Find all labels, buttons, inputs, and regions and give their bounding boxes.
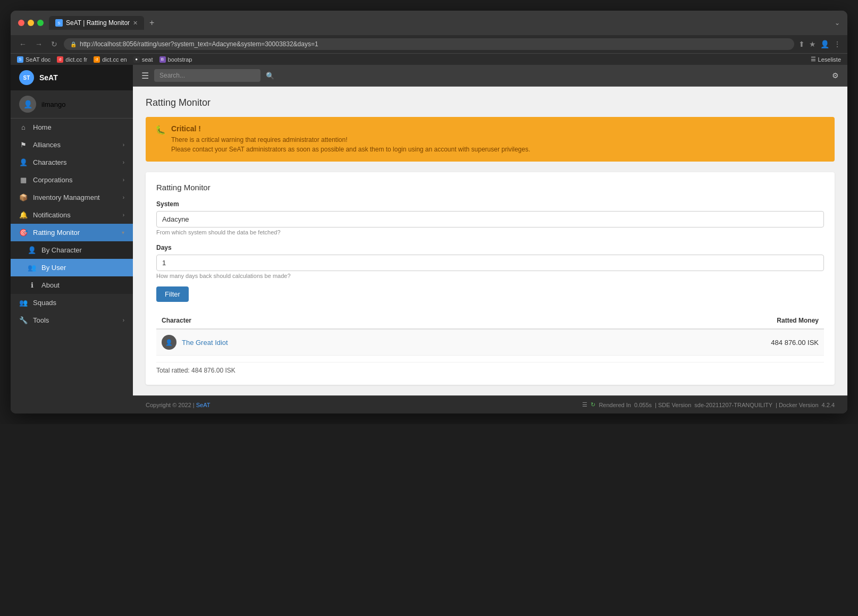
new-tab-button[interactable]: + — [147, 18, 156, 28]
notifications-chevron: › — [123, 212, 124, 218]
bookmark-seat-doc-label: SeAT doc — [26, 56, 51, 63]
character-cell: 👤 The Great Idiot — [162, 335, 771, 350]
tab-close-button[interactable]: ✕ — [133, 20, 138, 27]
leseliste-icon: ☰ — [811, 56, 816, 63]
sidebar-item-tools[interactable]: 🔧 Tools › — [11, 311, 133, 329]
tab-menu-button[interactable]: ⌄ — [835, 19, 840, 27]
bookmarks-bar: S SeAT doc d dict.cc fr d dict.cc en ● s… — [11, 53, 847, 65]
system-help: From which system should the data be fet… — [156, 229, 824, 235]
footer-status-icon: ↻ — [591, 401, 595, 408]
alliances-icon: ⚑ — [19, 141, 28, 149]
user-section: 👤 ilmango — [11, 90, 133, 119]
profile-icon[interactable]: 👤 — [820, 40, 829, 48]
sidebar-item-home-label: Home — [33, 123, 124, 131]
sidebar-item-about[interactable]: ℹ About — [11, 276, 133, 294]
back-button[interactable]: ← — [17, 39, 29, 49]
character-link[interactable]: The Great Idiot — [182, 339, 228, 347]
app-container: ST SeAT 👤 ilmango ⌂ Home ⚑ Alliances › 👤 — [11, 65, 847, 414]
sidebar-item-characters[interactable]: 👤 Characters › — [11, 154, 133, 171]
sidebar-item-notifications[interactable]: 🔔 Notifications › — [11, 206, 133, 224]
refresh-button[interactable]: ↻ — [49, 39, 60, 49]
filter-button[interactable]: Filter — [156, 286, 189, 302]
bookmark-leseliste[interactable]: ☰ Leseliste — [811, 56, 841, 63]
sidebar-item-inventory[interactable]: 📦 Inventory Managment › — [11, 189, 133, 206]
main-content: Ratting Monitor 🐛 Critical ! There is a … — [133, 87, 847, 395]
browser-toolbar-icons: ⬆ ★ 👤 ⋮ — [798, 40, 841, 48]
bookmark-dict-fr[interactable]: d dict.cc fr — [57, 56, 87, 63]
characters-icon: 👤 — [19, 158, 28, 166]
inventory-icon: 📦 — [19, 193, 28, 201]
tab-favicon: S — [55, 19, 63, 27]
address-url: http://localhost:8056/ratting/user?syste… — [80, 40, 318, 48]
bootstrap-icon: B — [159, 56, 166, 63]
col-character-header: Character — [162, 317, 777, 324]
critical-alert: 🐛 Critical ! There is a critical warning… — [146, 117, 835, 162]
browser-window: S SeAT | Ratting Monitor ✕ + ⌄ ← → ↻ 🔒 h… — [11, 11, 847, 414]
sidebar-item-corporations-label: Corporations — [33, 176, 117, 184]
sidebar-item-squads[interactable]: 👥 Squads — [11, 294, 133, 311]
seat-footer-link[interactable]: SeAT — [196, 402, 211, 408]
menu-toggle-button[interactable]: ☰ — [141, 71, 149, 81]
dict-en-icon: d — [94, 56, 100, 63]
bookmark-icon[interactable]: ★ — [809, 40, 816, 48]
extensions-icon[interactable]: ⬆ — [798, 40, 805, 48]
sde-label: | SDE Version — [655, 402, 691, 408]
ratting-chevron: ▾ — [122, 230, 124, 235]
maximize-dot[interactable] — [37, 20, 44, 26]
col-ratted-money-header: Ratted Money — [777, 317, 819, 324]
sidebar-item-characters-label: Characters — [33, 158, 117, 166]
browser-titlebar: S SeAT | Ratting Monitor ✕ + ⌄ — [11, 11, 847, 35]
browser-toolbar: ← → ↻ 🔒 http://localhost:8056/ratting/us… — [11, 35, 847, 53]
system-input[interactable] — [156, 211, 824, 227]
sidebar-item-by-character-label: By Character — [41, 246, 124, 254]
days-input[interactable] — [156, 255, 824, 271]
character-avatar: 👤 — [162, 335, 176, 350]
bookmark-seat-gh[interactable]: ● seat — [133, 56, 153, 63]
ratted-money-value: 484 876.00 ISK — [771, 339, 819, 347]
close-dot[interactable] — [18, 20, 24, 26]
active-tab[interactable]: S SeAT | Ratting Monitor ✕ — [49, 16, 144, 30]
results-table: Character Ratted Money 👤 The Great Idiot… — [156, 313, 824, 374]
footer-db-icon: ☰ — [582, 401, 587, 408]
dict-fr-icon: d — [57, 56, 63, 63]
sidebar-item-ratting[interactable]: 🎯 Ratting Monitor ▾ — [11, 224, 133, 241]
user-name: ilmango — [41, 100, 66, 108]
sidebar-item-by-user-label: By User — [41, 264, 124, 272]
alliances-chevron: › — [123, 142, 124, 148]
docker-value: 4.2.4 — [822, 402, 835, 408]
sidebar-item-notifications-label: Notifications — [33, 211, 117, 219]
sidebar-item-about-label: About — [41, 281, 124, 289]
sidebar-item-corporations[interactable]: ▦ Corporations › — [11, 171, 133, 189]
minimize-dot[interactable] — [28, 20, 34, 26]
search-input[interactable] — [154, 69, 260, 82]
tools-icon: 🔧 — [19, 316, 28, 324]
sidebar-item-by-character[interactable]: 👤 By Character — [11, 241, 133, 259]
alert-title: Critical ! — [171, 124, 825, 133]
copyright-text: Copyright © 2022 | — [146, 402, 195, 408]
address-bar[interactable]: 🔒 http://localhost:8056/ratting/user?sys… — [64, 38, 794, 50]
bookmark-seat-doc[interactable]: S SeAT doc — [17, 56, 51, 63]
sidebar-item-alliances-label: Alliances — [33, 141, 117, 149]
table-header: Character Ratted Money — [156, 313, 824, 330]
forward-button[interactable]: → — [33, 39, 45, 49]
more-icon[interactable]: ⋮ — [834, 40, 841, 48]
by-user-icon: 👥 — [28, 264, 36, 272]
footer-right: ☰ ↻ Rendered In 0.055s | SDE Version sde… — [582, 401, 835, 408]
leseliste-label: Leseliste — [818, 56, 841, 63]
sidebar-item-home[interactable]: ⌂ Home — [11, 119, 133, 136]
sidebar: ST SeAT 👤 ilmango ⌂ Home ⚑ Alliances › 👤 — [11, 65, 133, 414]
bookmark-dict-fr-label: dict.cc fr — [65, 56, 87, 63]
user-avatar: 👤 — [19, 96, 36, 113]
bookmark-dict-en[interactable]: d dict.cc en — [94, 56, 127, 63]
settings-icon[interactable]: ⚙ — [832, 71, 839, 80]
system-label: System — [156, 200, 824, 208]
page-title: Ratting Monitor — [146, 97, 835, 108]
topbar-right: ⚙ — [832, 71, 839, 80]
squads-icon: 👥 — [19, 299, 28, 307]
bookmark-bootstrap[interactable]: B bootstrap — [159, 56, 192, 63]
sidebar-item-by-user[interactable]: 👥 By User — [11, 259, 133, 276]
bookmark-dict-en-label: dict.cc en — [102, 56, 127, 63]
search-icon: 🔍 — [266, 72, 274, 80]
app-name: SeAT — [39, 73, 58, 82]
sidebar-item-alliances[interactable]: ⚑ Alliances › — [11, 136, 133, 154]
